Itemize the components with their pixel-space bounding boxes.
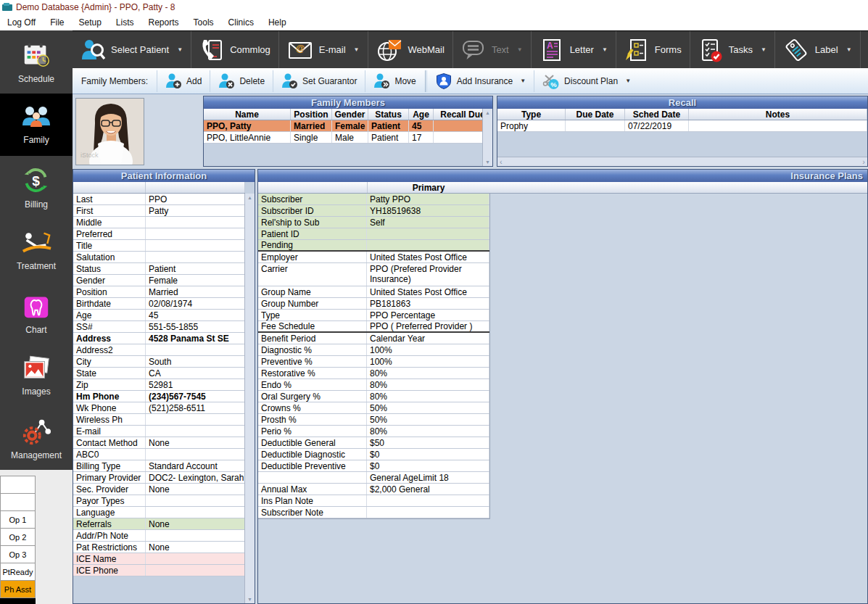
- column-header[interactable]: Name: [204, 109, 291, 120]
- patient-info-row[interactable]: ReferralsNone: [73, 518, 245, 530]
- insurance-row[interactable]: Oral Surgery %80%: [258, 391, 489, 402]
- add-insurance-button[interactable]: Add Insurance ▼: [426, 70, 534, 92]
- insurance-row[interactable]: Group NumberPB181863: [258, 298, 489, 310]
- popups-button[interactable]: Popups: [861, 31, 868, 68]
- discount-plan-button[interactable]: % Discount Plan ▼: [534, 70, 639, 92]
- patient-info-row[interactable]: PositionMarried: [73, 286, 245, 298]
- patient-info-row[interactable]: Hm Phone(234)567-7545: [73, 391, 245, 402]
- menu-setup[interactable]: Setup: [71, 15, 108, 30]
- patient-info-row[interactable]: ICE Name: [73, 553, 245, 565]
- patient-photo[interactable]: iStock: [75, 98, 144, 165]
- sidebar-item-images[interactable]: Images: [0, 344, 73, 408]
- patient-info-row[interactable]: LastPPO: [73, 194, 245, 205]
- insurance-row[interactable]: CarrierPPO (Prefered Provider Insurance): [258, 263, 489, 286]
- patient-info-row[interactable]: E-mail: [73, 426, 245, 437]
- column-header[interactable]: Gender: [332, 109, 368, 120]
- insurance-row[interactable]: Diagnostic %100%: [258, 344, 489, 356]
- insurance-row[interactable]: Deductible Preventive$0: [258, 460, 489, 472]
- patient-info-row[interactable]: Zip52981: [73, 379, 245, 391]
- label-button[interactable]: Label ▼: [775, 31, 861, 68]
- recall-row[interactable]: Prophy07/22/2019: [497, 120, 867, 132]
- sidebar-item-billing[interactable]: $ Billing: [0, 156, 73, 219]
- dropdown-arrow-icon[interactable]: ▼: [846, 46, 852, 53]
- insurance-row[interactable]: Preventive %100%: [258, 356, 489, 368]
- recall-scrollbar[interactable]: ‹ ›: [497, 157, 867, 166]
- column-header[interactable]: Position: [291, 109, 332, 120]
- patient-info-row[interactable]: SS#551-55-1855: [73, 321, 245, 333]
- insurance-row[interactable]: Prosth %50%: [258, 414, 489, 426]
- scroll-up-icon[interactable]: ▲: [485, 109, 490, 117]
- insurance-row[interactable]: Endo %80%: [258, 379, 489, 391]
- insurance-row[interactable]: Ins Plan Note: [258, 495, 489, 507]
- column-header[interactable]: Age: [409, 109, 434, 120]
- insurance-row[interactable]: Fee SchedulePPO ( Preferred Provider ): [258, 321, 489, 333]
- insurance-row[interactable]: Group NameUnited States Post Office: [258, 286, 489, 298]
- operatory-cell[interactable]: Op 3: [0, 546, 36, 563]
- commlog-button[interactable]: Commlog: [191, 31, 279, 68]
- scroll-down-icon[interactable]: ▼: [247, 595, 252, 603]
- patient-info-row[interactable]: Payor Types: [73, 495, 245, 507]
- operatory-cell[interactable]: Op 2: [0, 529, 36, 546]
- column-header[interactable]: Due Date: [566, 109, 625, 120]
- patient-info-row[interactable]: FirstPatty: [73, 205, 245, 217]
- insurance-row[interactable]: Deductible General$50: [258, 437, 489, 449]
- family-member-row[interactable]: PPO, PattyMarriedFemalePatient45: [204, 120, 492, 132]
- menu-log-off[interactable]: Log Off: [0, 15, 43, 30]
- patient-info-row[interactable]: ABC0: [73, 449, 245, 460]
- patient-info-row[interactable]: Address4528 Panama St SE: [73, 333, 245, 344]
- patient-info-row[interactable]: StatusPatient: [73, 263, 245, 275]
- insurance-row[interactable]: TypePPO Percentage: [258, 310, 489, 321]
- patient-info-row[interactable]: Wk Phone(521)258-6511: [73, 402, 245, 414]
- operatory-cell[interactable]: Op 1: [0, 511, 36, 529]
- operatory-cell[interactable]: PtReady: [0, 563, 36, 581]
- insurance-row[interactable]: Rel'ship to SubSelf: [258, 217, 489, 228]
- patient-info-row[interactable]: Age45: [73, 310, 245, 321]
- patient-info-row[interactable]: Birthdate02/08/1974: [73, 298, 245, 310]
- patient-info-row[interactable]: Language: [73, 507, 245, 518]
- patient-info-row[interactable]: Preferred: [73, 228, 245, 240]
- email-button[interactable]: @ E-mail ▼: [279, 31, 368, 68]
- dropdown-arrow-icon[interactable]: ▼: [602, 46, 608, 53]
- menu-reports[interactable]: Reports: [141, 15, 186, 30]
- operatory-cell[interactable]: Ph Asst: [0, 581, 36, 598]
- patient-info-row[interactable]: CitySouth: [73, 356, 245, 368]
- forms-button[interactable]: Forms: [616, 31, 690, 68]
- add-family-member-button[interactable]: Add: [157, 70, 210, 92]
- sidebar-item-schedule[interactable]: Schedule: [0, 30, 73, 94]
- column-header[interactable]: Notes: [689, 109, 867, 120]
- insurance-row[interactable]: Subscriber Note: [258, 507, 489, 518]
- patient-info-row[interactable]: Address2: [73, 344, 245, 356]
- column-header[interactable]: Sched Date: [625, 109, 689, 120]
- dropdown-arrow-icon[interactable]: ▼: [761, 46, 766, 53]
- delete-family-member-button[interactable]: Delete: [210, 70, 273, 92]
- letter-button[interactable]: A Letter ▼: [532, 31, 616, 68]
- text-button[interactable]: Text ▼: [453, 31, 532, 68]
- menu-lists[interactable]: Lists: [109, 15, 141, 30]
- insurance-row[interactable]: Patient ID: [258, 228, 489, 240]
- insurance-row[interactable]: Deductible Diagnostic$0: [258, 449, 489, 460]
- set-guarantor-button[interactable]: Set Guarantor: [273, 70, 365, 92]
- patient-info-row[interactable]: Pat RestrictionsNone: [73, 542, 245, 553]
- dropdown-arrow-icon[interactable]: ▼: [625, 78, 631, 84]
- dropdown-arrow-icon[interactable]: ▼: [520, 78, 526, 84]
- patient-info-row[interactable]: Contact MethodNone: [73, 437, 245, 449]
- insurance-row[interactable]: Benefit PeriodCalendar Year: [258, 333, 489, 344]
- patient-info-row[interactable]: Primary ProviderDOC2- Lexington, Sarah: [73, 472, 245, 484]
- patient-info-row[interactable]: GenderFemale: [73, 275, 245, 286]
- dropdown-arrow-icon[interactable]: ▼: [177, 46, 183, 53]
- webmail-button[interactable]: WebMail: [368, 31, 453, 68]
- patient-info-row[interactable]: Wireless Ph: [73, 414, 245, 426]
- sidebar-item-chart[interactable]: Chart: [0, 281, 73, 344]
- patient-info-row[interactable]: Billing TypeStandard Account: [73, 460, 245, 472]
- sidebar-item-treatment[interactable]: Treatment: [0, 219, 73, 282]
- operatory-cell[interactable]: [0, 476, 36, 494]
- sidebar-item-management[interactable]: Management: [0, 407, 73, 470]
- move-family-member-button[interactable]: Move: [365, 70, 423, 92]
- patient-info-row[interactable]: StateCA: [73, 368, 245, 379]
- patient-info-row[interactable]: Middle: [73, 217, 245, 228]
- dropdown-arrow-icon[interactable]: ▼: [517, 46, 523, 53]
- insurance-row[interactable]: Crowns %50%: [258, 402, 489, 414]
- insurance-row[interactable]: Pending: [258, 240, 489, 252]
- scroll-down-icon[interactable]: ▼: [485, 158, 490, 166]
- menu-tools[interactable]: Tools: [186, 15, 221, 30]
